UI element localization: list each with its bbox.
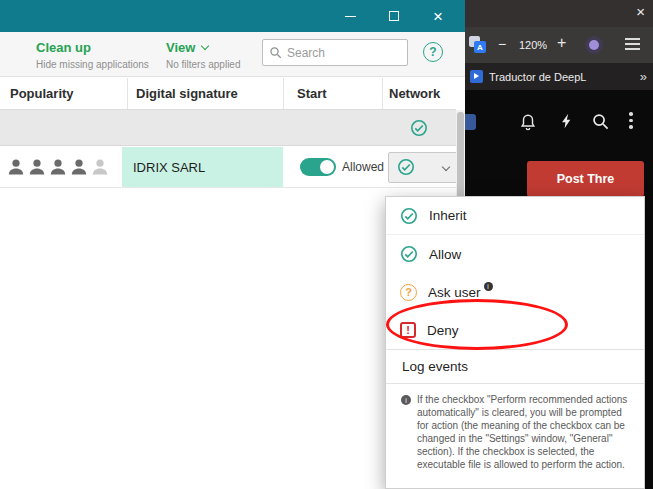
- menu-item-label: Inherit: [429, 208, 467, 223]
- menu-item-inherit[interactable]: Inherit: [386, 197, 644, 235]
- view-label: View: [166, 40, 195, 55]
- table-header: Popularity Digital signature Start Netwo…: [0, 78, 456, 110]
- close-icon: ×: [433, 8, 443, 25]
- deepl-extension-bar: Traductor de DeepL »: [465, 63, 653, 90]
- post-thread-button[interactable]: Post Thre: [527, 161, 644, 197]
- chevron-down-icon: [201, 42, 209, 50]
- close-button[interactable]: ×: [416, 0, 460, 32]
- deepl-icon: [470, 70, 483, 83]
- vendor-cell[interactable]: IDRIX SARL: [122, 147, 283, 187]
- kebab-menu-icon[interactable]: [629, 112, 633, 129]
- vendor-name: IDRIX SARL: [133, 160, 205, 175]
- zoom-level: 120%: [513, 39, 553, 51]
- question-circle-icon: ?: [400, 284, 417, 301]
- app-toolbar: Clean up Hide missing applications View …: [0, 32, 465, 77]
- footnote-text: If the checkbox "Perform recommended act…: [417, 393, 631, 471]
- minimize-button[interactable]: [328, 0, 372, 32]
- clean-up-button[interactable]: Clean up Hide missing applications: [36, 40, 149, 70]
- start-toggle[interactable]: [300, 158, 336, 176]
- lightning-icon[interactable]: [559, 111, 574, 131]
- maximize-icon: [389, 11, 399, 21]
- column-header-start[interactable]: Start: [283, 78, 382, 109]
- group-row[interactable]: [0, 110, 456, 146]
- search-input[interactable]: [287, 46, 401, 60]
- clean-up-sublabel: Hide missing applications: [36, 59, 149, 70]
- person-icon-dimmed: [90, 157, 110, 177]
- menu-item-ask-user[interactable]: ? Ask user i: [386, 273, 644, 311]
- browser-close-button[interactable]: ×: [636, 3, 645, 20]
- check-circle-icon: [410, 119, 428, 137]
- check-circle-icon: [400, 245, 418, 263]
- bell-icon[interactable]: [518, 111, 538, 131]
- menu-item-label: Log events: [402, 359, 468, 374]
- chevron-double-right-icon[interactable]: »: [640, 69, 647, 84]
- person-icon: [48, 157, 68, 177]
- search-icon: [269, 46, 282, 59]
- maximize-button[interactable]: [372, 0, 416, 32]
- table-row[interactable]: IDRIX SARL Allowed: [0, 147, 456, 188]
- column-header-network[interactable]: Network: [382, 78, 456, 109]
- browser-toolbar: A − 120% +: [465, 27, 653, 63]
- minimize-icon: [345, 16, 356, 17]
- partial-app-icon: [465, 114, 476, 130]
- screen: × A − 120% + Traductor de DeepL »: [0, 0, 653, 489]
- deny-icon: !: [400, 322, 416, 338]
- start-state-label: Allowed: [342, 160, 384, 174]
- view-button[interactable]: View No filters applied: [166, 40, 240, 70]
- info-icon: i: [401, 395, 411, 405]
- person-icon: [6, 157, 26, 177]
- help-button[interactable]: ?: [423, 42, 443, 62]
- menu-item-deny[interactable]: ! Deny: [386, 311, 644, 349]
- check-circle-icon: [400, 207, 418, 225]
- help-icon: ?: [429, 45, 436, 59]
- zoom-out-button[interactable]: −: [498, 36, 506, 52]
- browser-titlebar: ×: [465, 0, 653, 27]
- toggle-knob: [320, 160, 334, 174]
- search-box[interactable]: [262, 39, 408, 66]
- person-icon: [27, 157, 47, 177]
- view-sublabel: No filters applied: [166, 59, 240, 70]
- deepl-label: Traductor de DeepL: [489, 71, 586, 83]
- translate-extension-icon[interactable]: A: [469, 36, 487, 54]
- menu-item-label: Ask user: [428, 285, 481, 300]
- extension-icon[interactable]: [585, 36, 603, 54]
- menu-item-label: Allow: [429, 247, 461, 262]
- menu-item-label: Deny: [427, 323, 459, 338]
- column-header-popularity[interactable]: Popularity: [0, 78, 127, 109]
- scrollbar-thumb[interactable]: [457, 112, 464, 204]
- search-icon[interactable]: [591, 112, 610, 131]
- app-titlebar: ×: [0, 0, 465, 32]
- popularity-icons: [6, 157, 110, 177]
- window-controls: ×: [328, 0, 460, 32]
- chevron-down-icon: [442, 163, 450, 171]
- network-dropdown-menu: Inherit Allow ? Ask user i ! Deny Log ev…: [385, 196, 645, 489]
- column-header-digital-signature[interactable]: Digital signature: [127, 78, 283, 109]
- check-circle-icon: [397, 158, 415, 176]
- zoom-in-button[interactable]: +: [557, 34, 566, 52]
- menu-item-allow[interactable]: Allow: [386, 235, 644, 273]
- menu-footnote: i If the checkbox "Perform recommended a…: [386, 384, 644, 471]
- clean-up-label: Clean up: [36, 40, 149, 55]
- info-icon: i: [484, 282, 493, 291]
- network-dropdown[interactable]: [388, 152, 458, 183]
- person-icon: [69, 157, 89, 177]
- menu-item-log-events[interactable]: Log events: [386, 350, 644, 383]
- menu-hamburger-icon[interactable]: [625, 38, 640, 50]
